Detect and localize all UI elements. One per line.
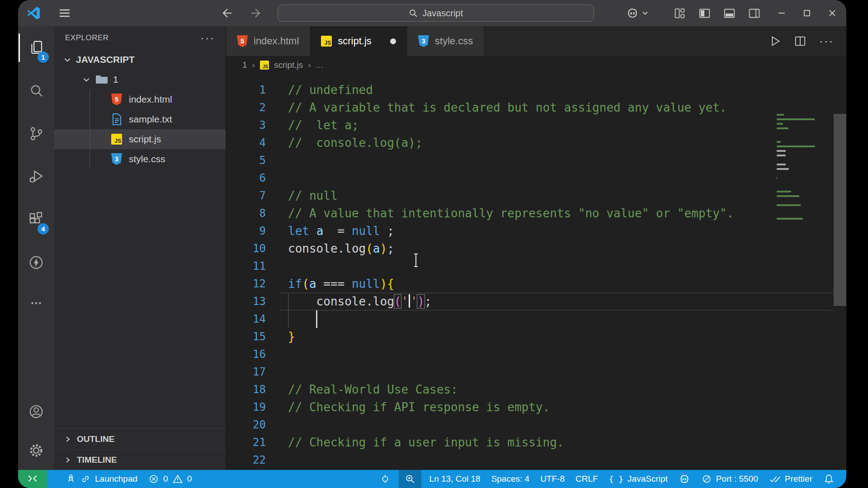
line-content: // A value that intentionally represents… [288, 205, 734, 222]
remote-icon [27, 473, 38, 485]
modified-dot-icon[interactable] [390, 38, 396, 44]
maximize-icon[interactable] [801, 7, 813, 19]
code-line-19[interactable]: 19// Checking if API response is empty. [226, 399, 846, 416]
code-line-16[interactable]: 16 [226, 346, 846, 363]
code-line-1[interactable]: 1// undefined [226, 81, 846, 99]
toggle-secondary-sidebar-icon[interactable] [748, 7, 760, 19]
activity-account-button[interactable] [18, 392, 54, 431]
command-center-search[interactable]: Javascript [278, 5, 594, 22]
minimap[interactable] [777, 114, 818, 222]
activity-source-control-button[interactable] [18, 112, 54, 155]
activity-search-button[interactable] [18, 69, 54, 112]
code-line-21[interactable]: 21// Checking if a user input is missing… [226, 434, 846, 451]
toggle-primary-sidebar-icon[interactable] [698, 7, 711, 19]
split-editor-icon[interactable] [794, 35, 807, 47]
outline-section-header[interactable]: OUTLINE [54, 428, 226, 449]
file-item-script.js[interactable]: JSscript.js [54, 129, 226, 149]
extensions-badge: 4 [38, 223, 49, 235]
toggle-panel-icon[interactable] [723, 7, 736, 19]
activity-explorer-button[interactable]: 1 [18, 26, 54, 69]
folder-item-1[interactable]: 1 [54, 70, 226, 89]
line-number: 20 [226, 416, 266, 434]
code-line-3[interactable]: 3// let a; [226, 117, 846, 134]
code-line-22[interactable]: 22 [226, 451, 846, 469]
copilot-status-button[interactable] [673, 470, 696, 488]
minimize-icon[interactable] [776, 7, 788, 19]
line-number: 4 [226, 134, 266, 152]
line-content: let a = null ; [288, 222, 394, 240]
scrollbar-thumb[interactable] [834, 114, 846, 306]
eol-button[interactable]: CRLF [570, 470, 604, 488]
activity-thunder-client-button[interactable] [18, 241, 54, 284]
remote-indicator-button[interactable] [18, 470, 47, 488]
error-icon [148, 474, 159, 484]
minimap-line [777, 118, 815, 120]
cursor-position-button[interactable]: Ln 13, Col 18 [424, 470, 486, 488]
cursor-position-label: Ln 13, Col 18 [429, 474, 481, 484]
prettier-button[interactable]: Prettier [764, 470, 818, 488]
problems-button[interactable]: 0 0 [143, 470, 197, 488]
file-item-sample.txt[interactable]: sample.txt [54, 109, 226, 129]
file-item-index.html[interactable]: 5index.html [54, 89, 226, 109]
activity-extensions-button[interactable]: 4 [18, 198, 54, 241]
tab-label: style.css [435, 35, 473, 47]
code-line-14[interactable]: 14 [226, 310, 846, 328]
chevron-right-icon: › [252, 60, 255, 70]
code-line-10[interactable]: 10console.log(a); [226, 240, 846, 258]
workspace-root-javascript[interactable]: JAVASCRIPT [54, 50, 226, 70]
folder-label: 1 [113, 74, 118, 85]
indentation-button[interactable]: Spaces: 4 [486, 470, 535, 488]
activity-debug-button[interactable] [18, 155, 54, 198]
screencast-indicator[interactable] [374, 470, 396, 488]
live-server-port-button[interactable]: Port : 5500 [696, 470, 764, 488]
minimap-line [777, 145, 815, 147]
code-line-15[interactable]: 15} [226, 328, 846, 346]
launchpad-button[interactable]: Launchpad [60, 470, 143, 488]
breadcrumb-file[interactable]: script.js [274, 60, 303, 70]
breadcrumb-folder[interactable]: 1 [242, 60, 247, 70]
back-arrow-icon[interactable] [221, 6, 234, 20]
copilot-menu-button[interactable] [626, 6, 648, 20]
activity-settings-button[interactable] [18, 431, 54, 470]
editor-more-actions-icon[interactable]: ··· [819, 34, 834, 48]
js-icon: JS [111, 134, 122, 145]
tab-script.js[interactable]: JSscript.js [310, 26, 407, 56]
tab-label: index.html [254, 35, 299, 47]
language-mode-button[interactable]: { } JavaScript [604, 470, 673, 488]
minimap-line [777, 173, 818, 174]
customize-layout-icon[interactable] [674, 7, 686, 19]
tab-style.css[interactable]: 3style.css [407, 26, 484, 56]
code-line-6[interactable]: 6 [226, 169, 846, 187]
notifications-button[interactable] [818, 470, 846, 488]
code-line-7[interactable]: 7// null [226, 187, 846, 205]
code-line-17[interactable]: 17 [226, 363, 846, 381]
more-actions-icon[interactable]: ··· [200, 31, 215, 45]
breadcrumb-more[interactable]: ... [316, 60, 323, 70]
timeline-section-header[interactable]: TIMELINE [54, 449, 226, 470]
code-line-4[interactable]: 4// console.log(a); [226, 134, 846, 152]
zoom-indicator-button[interactable] [399, 470, 421, 488]
line-number: 2 [226, 99, 266, 117]
code-line-13[interactable]: 13 console.log(''); [226, 293, 846, 310]
file-item-style.css[interactable]: 3style.css [54, 149, 226, 169]
close-icon[interactable] [826, 7, 838, 19]
line-number: 3 [226, 117, 266, 134]
code-line-5[interactable]: 5 [226, 152, 846, 169]
line-number: 15 [226, 328, 266, 346]
code-editor[interactable]: 1// undefined2// A variable that is decl… [226, 74, 846, 470]
run-code-icon[interactable] [769, 35, 781, 47]
code-line-11[interactable]: 11 [226, 258, 846, 275]
code-line-2[interactable]: 2// A variable that is declared but not … [226, 99, 846, 117]
code-line-12[interactable]: 12if(a === null){ [226, 275, 846, 293]
activity-more-button[interactable] [18, 284, 54, 323]
code-line-9[interactable]: 9let a = null ; [226, 222, 846, 240]
menu-icon[interactable] [58, 6, 71, 20]
code-line-18[interactable]: 18// Real-World Use Cases: [226, 381, 846, 399]
tab-index.html[interactable]: 5index.html [226, 26, 310, 56]
activity-bar: 1 [18, 26, 54, 470]
code-line-20[interactable]: 20 [226, 416, 846, 434]
forward-arrow-icon[interactable] [249, 6, 262, 20]
encoding-button[interactable]: UTF-8 [535, 470, 570, 488]
line-content: // Real-World Use Cases: [288, 381, 458, 399]
code-line-8[interactable]: 8// A value that intentionally represent… [226, 205, 846, 222]
